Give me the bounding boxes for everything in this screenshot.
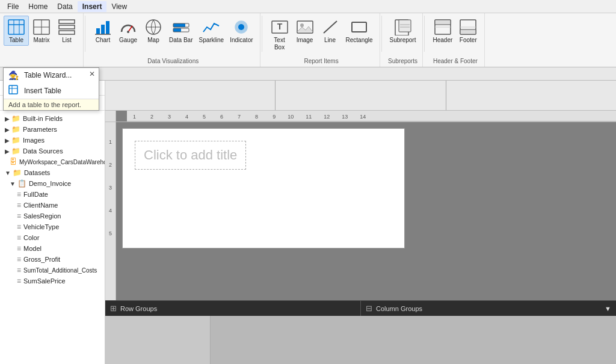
expand-arrow-images: ▶ [5, 137, 10, 144]
databar-icon [171, 17, 191, 37]
report-header-area [105, 81, 616, 111]
ribbon-btn-header[interactable]: Header [430, 16, 455, 46]
tree-data-sources[interactable]: ▶ 📁 Data Sources [0, 146, 105, 156]
dropdown-item-table-wizard[interactable]: 🧙 Table Wizard... [4, 68, 99, 82]
svg-rect-10 [96, 28, 100, 34]
ribbon-btn-matrix[interactable]: Matrix [29, 16, 54, 46]
expand-arrow-demo-invoice: ▼ [10, 180, 16, 187]
ribbon-btn-databar[interactable]: Data Bar [166, 16, 196, 46]
insert-table-label: Insert Table [24, 87, 61, 95]
wizard-icon: 🧙 [8, 70, 20, 80]
dropdown-close-button[interactable]: ✕ [87, 69, 97, 79]
subreport-label: Subreport [390, 37, 416, 44]
ribbon-btn-indicator[interactable]: Indicator [227, 16, 256, 46]
ribbon-group-header-footer: Header Footer Header & Footer [426, 13, 485, 67]
tree-builtin-fields[interactable]: ▶ 📁 Built-in Fields [0, 113, 105, 124]
ribbon-btn-table[interactable]: Table [4, 16, 29, 46]
ribbon-btn-textbox[interactable]: T TextBox [267, 16, 292, 53]
tree-field-salesregion[interactable]: ≡ SalesRegion [0, 211, 105, 221]
ribbon-btn-gauge[interactable]: Gauge [116, 16, 141, 46]
ribbon-btn-image[interactable]: Image [292, 16, 318, 46]
column-groups-icon: ⊟ [366, 304, 372, 313]
tree-field-fulldate[interactable]: ≡ FullDate [0, 189, 105, 200]
svg-rect-20 [173, 28, 181, 32]
left-ruler-vertical: 1 2 3 4 5 [105, 122, 116, 300]
ribbon-btn-rectangle[interactable]: Rectangle [343, 16, 376, 46]
list-icon [57, 17, 76, 37]
textbox-label: TextBox [274, 37, 285, 51]
expand-arrow-params: ▶ [5, 126, 10, 133]
image-icon [295, 17, 315, 37]
field-icon-fulldate: ≡ [17, 190, 21, 199]
table-dropdown-popup: ✕ 🧙 Table Wizard... Insert Table Add a t… [3, 67, 99, 111]
ribbon-btn-map[interactable]: Map [141, 16, 166, 46]
svg-point-15 [127, 31, 129, 33]
ribbon-separator-3 [381, 16, 382, 52]
ribbon-btn-subreport[interactable]: Subreport [387, 16, 419, 46]
ribbon-separator-2 [262, 16, 262, 52]
ribbon-group-report-items: T TextBox Image [263, 13, 380, 67]
header-label: Header [433, 37, 452, 44]
column-groups-arrow[interactable]: ▼ [605, 305, 611, 312]
tree-field-clientname[interactable]: ≡ ClientName [0, 200, 105, 211]
insert-table-icon [8, 85, 20, 96]
sparkline-icon [202, 17, 221, 37]
tree-field-gross-profit[interactable]: ≡ Gross_Profit [0, 254, 105, 265]
tree-field-sumtotal[interactable]: ≡ SumTotal_Additional_Costs [0, 265, 105, 276]
svg-point-27 [300, 23, 304, 27]
report-title-placeholder[interactable]: Click to add title [135, 141, 246, 170]
canvas-area: 1 2 3 4 5 6 7 8 9 10 11 [105, 81, 616, 364]
rectangle-icon [350, 17, 369, 37]
tree-datasets[interactable]: ▼ 📁 Datasets [0, 167, 105, 178]
menu-view[interactable]: View [106, 1, 132, 12]
menu-insert[interactable]: Insert [78, 1, 107, 12]
ribbon-group-tables: Table Matrix [0, 13, 84, 67]
menu-home[interactable]: Home [23, 1, 52, 12]
svg-rect-31 [399, 20, 411, 32]
ribbon-btn-line[interactable]: Line [318, 16, 343, 46]
bottom-area [105, 316, 616, 364]
ribbon-btn-footer[interactable]: Footer [455, 16, 481, 46]
report-page: Click to add title [122, 128, 405, 248]
column-groups-panel: ⊟ Column Groups ▼ [361, 301, 616, 316]
groups-bar: ⊞ Row Groups ⊟ Column Groups ▼ [105, 300, 616, 316]
dropdown-item-insert-table[interactable]: Insert Table [4, 82, 99, 99]
field-icon-gross-profit: ≡ [17, 255, 21, 264]
ribbon-btn-sparkline[interactable]: Sparkline [196, 16, 227, 46]
line-label: Line [324, 37, 336, 44]
indicator-label: Indicator [230, 37, 253, 44]
svg-line-28 [324, 21, 337, 33]
group-label-subreports: Subreports [387, 58, 419, 66]
datasource-icon: 🗄 [10, 158, 17, 166]
column-groups-label: Column Groups [376, 305, 422, 312]
tree-demo-invoice[interactable]: ▼ 📋 Demo_Invoice [0, 178, 105, 189]
ribbon-btn-chart[interactable]: Chart [90, 16, 116, 46]
header-cell-3 [446, 81, 616, 110]
menu-file[interactable]: File [2, 1, 23, 12]
field-icon-salesregion: ≡ [17, 212, 21, 220]
tree-images[interactable]: ▶ 📁 Images [0, 135, 105, 146]
row-groups-icon: ⊞ [110, 304, 117, 313]
report-canvas-wrapper: 1 2 3 4 5 Click to add title [105, 122, 616, 300]
footer-icon [458, 17, 478, 37]
tree-field-color[interactable]: ≡ Color [0, 232, 105, 243]
tree-field-sumsaleprice[interactable]: ≡ SumSalePrice [0, 276, 105, 286]
ruler: 1 2 3 4 5 6 7 8 9 10 11 [127, 111, 616, 122]
folder-icon-images: 📁 [11, 136, 20, 144]
group-label-visualizations: Data Visualizations [90, 58, 256, 66]
field-icon-sumsaleprice: ≡ [17, 277, 21, 285]
folder-icon-datasources: 📁 [11, 147, 20, 155]
tree-parameters[interactable]: ▶ 📁 Parameters [0, 124, 105, 135]
svg-rect-12 [106, 21, 109, 34]
dataset-icon: 📋 [17, 179, 26, 188]
svg-rect-8 [59, 25, 75, 29]
tree-datasource-myworkspace[interactable]: 🗄 MyWorkspace_CarsDataWarehouse [0, 156, 105, 167]
field-icon-color: ≡ [17, 233, 21, 242]
map-label: Map [147, 37, 159, 44]
tree-field-model[interactable]: ≡ Model [0, 243, 105, 254]
svg-rect-38 [460, 29, 476, 34]
tree-field-vehicletype[interactable]: ≡ VehicleType [0, 221, 105, 232]
menu-data[interactable]: Data [52, 1, 77, 12]
svg-text:T: T [277, 22, 282, 31]
ribbon-btn-list[interactable]: List [54, 16, 79, 46]
